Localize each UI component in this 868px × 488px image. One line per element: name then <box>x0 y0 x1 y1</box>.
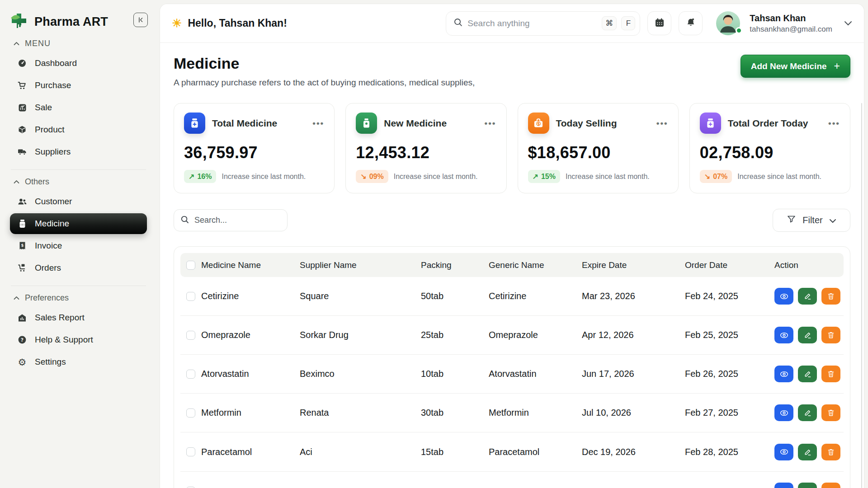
edit-button[interactable] <box>798 288 817 305</box>
sidebar-section-menu[interactable]: MENU <box>14 39 143 48</box>
sidebar-item-help-support[interactable]: ? Help & Support <box>10 329 147 350</box>
sidebar-item-purchase[interactable]: Purchase <box>10 75 147 96</box>
view-button[interactable] <box>774 366 793 382</box>
card-menu-icon[interactable]: ••• <box>828 118 840 128</box>
row-checkbox[interactable] <box>186 447 195 456</box>
table-search-input[interactable] <box>194 216 299 225</box>
view-button[interactable] <box>774 483 793 488</box>
sidebar-item-invoice[interactable]: $ Invoice <box>10 235 147 256</box>
row-checkbox[interactable] <box>186 370 195 379</box>
cell-expire-date: Dec 19, 2026 <box>582 447 685 457</box>
table-row: Cetirizine Square 50tab Cetirizine Mar 2… <box>180 277 844 316</box>
pencil-icon <box>804 409 811 417</box>
col-expire-date: Expire Date <box>582 260 685 270</box>
sidebar-divider <box>11 286 146 286</box>
table-body: Cetirizine Square 50tab Cetirizine Mar 2… <box>180 277 844 471</box>
global-search-input[interactable] <box>467 19 597 28</box>
gauge-icon <box>17 59 27 68</box>
view-button[interactable] <box>774 444 793 460</box>
chevron-up-icon <box>14 42 19 46</box>
view-button[interactable] <box>774 327 793 343</box>
row-checkbox[interactable] <box>186 487 195 488</box>
eye-icon <box>780 293 788 300</box>
edit-button[interactable] <box>798 483 817 488</box>
cell-medicine-name: Cetirizine <box>201 291 300 301</box>
sidebar-item-orders[interactable]: Orders <box>10 258 147 278</box>
sidebar-item-medicine[interactable]: Medicine <box>10 213 147 234</box>
trend-down-icon: ↘ <box>360 172 366 181</box>
cell-supplier-name: Sorkar Drug <box>300 330 421 340</box>
sidebar-item-suppliers[interactable]: Suppliers <box>10 141 147 162</box>
notifications-button[interactable] <box>679 11 703 35</box>
edit-button[interactable] <box>798 444 817 460</box>
row-checkbox[interactable] <box>186 408 195 418</box>
delete-button[interactable] <box>821 404 840 421</box>
cell-medicine-name: Atorvastatin <box>201 369 300 379</box>
edit-button[interactable] <box>798 366 817 382</box>
edit-button[interactable] <box>798 327 817 343</box>
delete-button[interactable] <box>821 444 840 460</box>
user-profile[interactable]: Tahsan Khan tahsankhan@gmail.com <box>716 11 852 35</box>
sidebar-item-sales-report[interactable]: Sales Report <box>10 307 147 328</box>
trash-icon <box>827 331 835 339</box>
view-button[interactable] <box>774 288 793 305</box>
stat-card-total-medicine: Total Medicine ••• 36,759.97 ↗16% Increa… <box>174 103 335 193</box>
table-row: Paracetamol Aci 15tab Paracetamol Dec 19… <box>180 432 844 471</box>
medicine-table: Medicine Name Supplier Name Packing Gene… <box>174 246 850 488</box>
app-name: Pharma ART <box>34 15 108 29</box>
cmd-keycap: ⌘ <box>602 16 617 30</box>
view-button[interactable] <box>774 404 793 421</box>
cell-packing: 25tab <box>421 330 489 340</box>
delete-button[interactable] <box>821 327 840 343</box>
app-logo: Pharma ART <box>9 11 148 33</box>
users-icon <box>17 197 27 206</box>
gear-icon: ⚙ <box>17 357 27 367</box>
trash-icon <box>827 448 835 456</box>
sidebar-section-preferences[interactable]: Preferences <box>14 293 143 303</box>
sidebar-collapse-icon[interactable] <box>133 13 148 27</box>
global-search[interactable]: ⌘ F <box>446 11 640 36</box>
table-row: Metformin Renata 30tab Metformin Jul 10,… <box>180 394 844 432</box>
sidebar-item-product[interactable]: Product <box>10 119 147 140</box>
cell-order-date: Feb 27, 2025 <box>685 408 774 418</box>
cell-supplier-name: Aci <box>300 447 421 457</box>
select-all-checkbox[interactable] <box>186 261 195 270</box>
table-search[interactable] <box>174 209 288 231</box>
topbar: ☀ Hello, Tahsan Khan! ⌘ F <box>160 4 864 43</box>
greeting: ☀ Hello, Tahsan Khan! <box>172 17 287 30</box>
eye-icon <box>780 332 788 338</box>
row-checkbox[interactable] <box>186 292 195 301</box>
sidebar-item-dashboard[interactable]: Dashboard <box>10 53 147 74</box>
cell-medicine-name: Paracetamol <box>201 447 300 457</box>
stat-card-today-selling: $ Today Selling ••• $18,657.00 ↗15% Incr… <box>518 103 679 193</box>
sidebar-item-settings[interactable]: ⚙ Settings <box>10 352 147 372</box>
delete-button[interactable] <box>821 288 840 305</box>
scrollbar[interactable] <box>861 103 862 488</box>
card-menu-icon[interactable]: ••• <box>485 118 496 128</box>
card-menu-icon[interactable]: ••• <box>656 118 668 128</box>
sidebar-section-others[interactable]: Others <box>14 177 143 187</box>
sidebar-item-customer[interactable]: Customer <box>10 191 147 212</box>
stat-value: 02,758.09 <box>700 143 840 162</box>
card-menu-icon[interactable]: ••• <box>312 118 324 128</box>
add-new-medicine-button[interactable]: Add New Medicine + <box>741 55 850 78</box>
cell-supplier-name: Beximco <box>300 369 421 379</box>
sidebar-item-sale[interactable]: Sale <box>10 97 147 118</box>
cell-packing: 15tab <box>421 447 489 457</box>
calendar-icon <box>655 18 665 29</box>
eye-icon <box>780 371 788 377</box>
pencil-icon <box>804 331 811 339</box>
eye-icon <box>780 449 788 455</box>
funnel-icon <box>787 215 796 226</box>
table-header: Medicine Name Supplier Name Packing Gene… <box>180 253 844 277</box>
delete-button[interactable] <box>821 366 840 382</box>
report-icon <box>17 314 27 322</box>
chevron-up-icon <box>14 296 19 300</box>
row-checkbox[interactable] <box>186 331 195 340</box>
delete-button[interactable] <box>821 483 840 488</box>
calendar-button[interactable] <box>647 11 671 35</box>
edit-button[interactable] <box>798 404 817 421</box>
pencil-icon <box>804 292 811 300</box>
pencil-icon <box>804 448 811 456</box>
filter-button[interactable]: Filter <box>773 209 850 232</box>
